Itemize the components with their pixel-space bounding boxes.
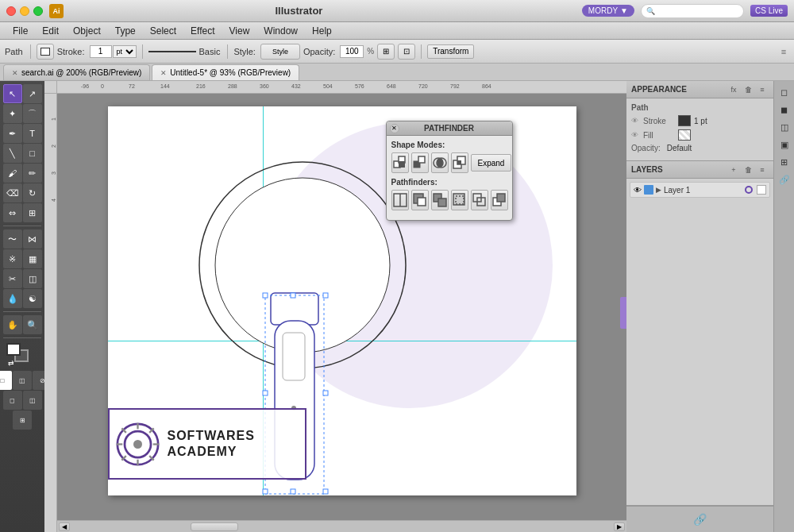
dialog-close-button[interactable]: ✕ [390, 124, 399, 133]
column-graph-tool[interactable]: ▦ [23, 249, 42, 268]
appear-opacity-value: Default [667, 144, 692, 152]
menu-type[interactable]: Type [109, 24, 142, 38]
normal-mode-btn[interactable]: ◻ [3, 391, 22, 410]
user-badge[interactable]: MORDY ▼ [582, 5, 634, 17]
cs-live-button[interactable]: CS Live [750, 5, 788, 17]
pathfinder-outline-btn[interactable] [471, 190, 488, 210]
hand-tool[interactable]: ✋ [3, 315, 22, 334]
transform-button[interactable]: Transform [427, 44, 474, 59]
menu-edit[interactable]: Edit [36, 24, 65, 38]
menu-effect[interactable]: Effect [184, 24, 221, 38]
search-bar[interactable]: 🔍 [641, 4, 744, 18]
pathfinder-crop-btn[interactable] [451, 190, 468, 210]
right-tool-2[interactable]: ◼ [777, 102, 792, 118]
expand-button[interactable]: Expand [471, 154, 512, 172]
opacity-input[interactable] [340, 45, 364, 58]
appear-opacity-row: Opacity: Default [631, 144, 769, 152]
pathfinder-minus-back-btn[interactable] [491, 190, 508, 210]
eyedropper-tool[interactable]: 💧 [3, 289, 22, 308]
appear-path-row: Path [631, 103, 769, 112]
scale-tool[interactable]: ⊞ [23, 203, 42, 222]
zoom-tool[interactable]: 🔍 [23, 315, 42, 334]
color-mode-btn[interactable]: □ [0, 371, 12, 390]
h-scroll-thumb[interactable] [191, 522, 238, 531]
blend-tool[interactable]: ⋈ [23, 229, 42, 249]
layers-add-btn[interactable]: + [727, 164, 740, 176]
mirror-tool[interactable]: ⇔ [3, 203, 22, 222]
pathfinder-merge-btn[interactable] [431, 190, 449, 210]
toolbar-icon-2[interactable]: ⊡ [398, 44, 415, 60]
warp-tool[interactable]: 〜 [3, 229, 22, 249]
tab-0[interactable]: ✕ search.ai @ 200% (RGB/Preview) [3, 64, 150, 80]
right-tool-1[interactable]: ◻ [777, 84, 792, 100]
layer-expand-arrow[interactable]: ▶ [656, 186, 661, 194]
appear-eye-stroke[interactable]: 👁 [631, 117, 638, 125]
panel-add-btn[interactable]: fx [727, 83, 740, 96]
line-tool[interactable]: ╲ [3, 144, 22, 163]
right-tool-3[interactable]: ◫ [777, 119, 792, 135]
layers-delete-btn[interactable]: 🗑 [742, 164, 754, 176]
draw-behind-btn[interactable]: ◫ [23, 391, 42, 410]
dialog-titlebar[interactable]: ✕ PATHFINDER [387, 121, 512, 136]
pathfinder-subtract-btn[interactable] [411, 152, 429, 173]
shape-tool[interactable]: □ [23, 144, 42, 163]
layer-target-circle[interactable] [745, 186, 753, 194]
stroke-icon-btn[interactable] [37, 44, 54, 60]
pen-tool[interactable]: ✒ [3, 124, 22, 143]
gradient-tool[interactable]: ◫ [23, 269, 42, 288]
pathfinder-add-btn[interactable] [391, 152, 409, 173]
symbol-tool[interactable]: ※ [3, 249, 22, 268]
eraser-tool[interactable]: ⌫ [3, 183, 22, 202]
menu-file[interactable]: File [6, 24, 34, 38]
right-tool-5[interactable]: ⊞ [777, 154, 792, 170]
selection-tool[interactable]: ↖ [3, 84, 22, 103]
scroll-left-btn[interactable]: ◀ [59, 522, 70, 531]
basic-label: Basic [199, 47, 221, 56]
type-tool[interactable]: T [23, 124, 42, 143]
menu-object[interactable]: Object [67, 24, 107, 38]
panel-menu-btn[interactable]: ≡ [756, 83, 769, 96]
panel-delete-btn[interactable]: 🗑 [742, 83, 754, 96]
right-tool-4[interactable]: ▣ [777, 137, 792, 152]
blend2-tool[interactable]: ☯ [23, 289, 42, 308]
style-btn[interactable]: Style [260, 44, 300, 60]
screen-mode-btn[interactable]: ⊞ [13, 411, 32, 430]
gradient-mode-btn[interactable]: ◫ [13, 371, 32, 390]
appear-eye-fill[interactable]: 👁 [631, 131, 638, 139]
pencil-tool[interactable]: ✏ [23, 164, 42, 183]
scroll-right-btn[interactable]: ▶ [614, 522, 625, 531]
rotate-tool[interactable]: ↻ [23, 183, 42, 202]
panel-grip[interactable] [620, 297, 626, 329]
lasso-tool[interactable]: ⌒ [23, 104, 42, 123]
menu-select[interactable]: Select [144, 24, 183, 38]
link-icon-btn[interactable]: 🔗 [692, 511, 708, 527]
pathfinder-divide-btn[interactable] [391, 190, 409, 210]
stroke-unit-select[interactable]: pt [113, 45, 137, 58]
pathfinder-intersect-btn[interactable] [431, 152, 449, 173]
appear-opacity-label: Opacity: [631, 144, 661, 152]
direct-selection-tool[interactable]: ↗ [23, 84, 42, 103]
tab-1-close[interactable]: ✕ [160, 69, 167, 77]
paintbrush-tool[interactable]: 🖌 [3, 164, 22, 183]
layer-lock-btn[interactable] [757, 185, 766, 195]
menu-view[interactable]: View [223, 24, 256, 38]
stroke-value-input[interactable] [90, 45, 112, 58]
stroke-color-swatch[interactable] [678, 115, 691, 126]
swap-colors-btn[interactable]: ⇄ [8, 359, 14, 367]
layer-visibility-toggle[interactable]: 👁 [634, 186, 642, 195]
pathfinder-trim-btn[interactable] [411, 190, 429, 210]
menu-window[interactable]: Window [257, 24, 304, 38]
tab-0-close[interactable]: ✕ [12, 69, 18, 77]
menu-help[interactable]: Help [306, 24, 338, 38]
magic-wand-tool[interactable]: ✦ [3, 104, 22, 123]
slice-tool[interactable]: ✂ [3, 269, 22, 288]
fg-color-swatch[interactable] [6, 343, 21, 356]
tab-1[interactable]: ✕ Untitled-5* @ 93% (RGB/Preview) [152, 64, 299, 80]
close-button[interactable] [6, 6, 16, 16]
pathfinder-exclude-btn[interactable] [451, 152, 468, 173]
fill-color-swatch[interactable] [678, 129, 691, 141]
right-tool-6[interactable]: 🔗 [777, 172, 792, 187]
layers-menu-btn[interactable]: ≡ [756, 164, 769, 176]
toolbar-icon-1[interactable]: ⊞ [377, 44, 395, 60]
toolbar-collapse-icon[interactable]: ≡ [778, 44, 789, 59]
